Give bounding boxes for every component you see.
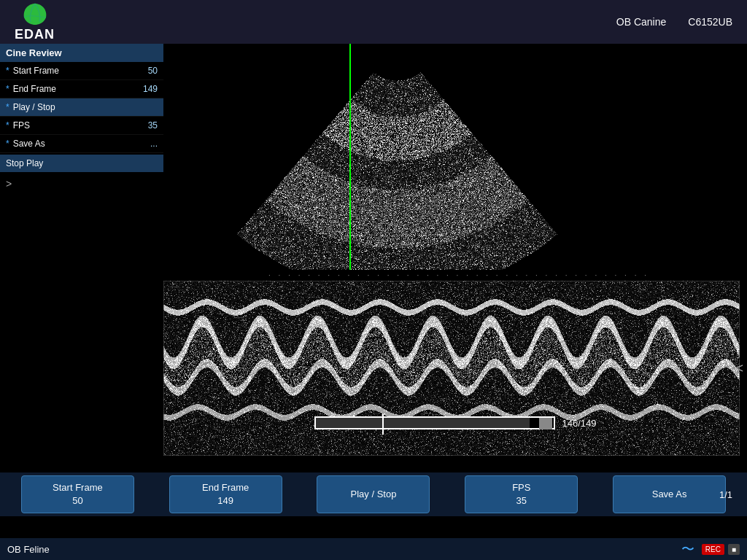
play-stop-btn-label: Play / Stop <box>351 488 397 501</box>
start-frame-button[interactable]: Start Frame 50 <box>21 475 134 513</box>
sidebar-start-frame-label: Start Frame <box>13 66 148 76</box>
top-bar: EDAN OB Canine C6152UB <box>0 0 747 44</box>
sidebar-item-end-frame[interactable]: * End Frame 149 <box>0 80 163 98</box>
sidebar-title: Cine Review <box>0 44 163 62</box>
sidebar-chevron-right[interactable]: > <box>0 172 163 195</box>
status-text: OB Feline <box>7 544 344 555</box>
sidebar-item-save-as[interactable]: * Save As ... <box>0 135 163 153</box>
rec-icon: REC <box>702 544 724 555</box>
app-layout: EDAN OB Canine C6152UB Cine Review * Sta… <box>0 0 747 560</box>
logo-icon <box>20 1 50 27</box>
frame-counter: 146/149 <box>562 418 597 429</box>
end-frame-btn-label: End Frame <box>202 481 249 494</box>
slider-track[interactable] <box>314 416 555 429</box>
logo-area: EDAN <box>15 1 55 42</box>
slider-fill <box>316 418 530 428</box>
start-frame-btn-label: Start Frame <box>53 481 103 494</box>
star-icon: * <box>6 66 9 76</box>
mode-info-2: C6152UB <box>688 16 732 28</box>
top-info: OB Canine C6152UB <box>616 16 732 28</box>
bottom-toolbar: Start Frame 50 End Frame 149 Play / Stop… <box>0 472 747 516</box>
fps-btn-label: FPS <box>512 481 530 494</box>
sidebar: Cine Review * Start Frame 50 * End Frame… <box>0 44 163 494</box>
chevron-left-icon[interactable]: < <box>735 361 743 376</box>
save-as-btn-label: Save As <box>652 488 687 501</box>
b-mode-display <box>163 44 747 270</box>
star-icon-4: * <box>6 120 9 131</box>
slider-thumb[interactable] <box>539 418 552 429</box>
logo-text: EDAN <box>15 27 55 42</box>
sidebar-play-stop-label: Play / Stop <box>13 102 158 112</box>
sidebar-start-frame-value: 50 <box>148 66 158 76</box>
sidebar-item-play-stop[interactable]: * Play / Stop <box>0 98 163 117</box>
start-frame-btn-value: 50 <box>72 494 82 508</box>
b-mode-canvas <box>163 44 747 270</box>
end-frame-button[interactable]: End Frame 149 <box>169 475 282 513</box>
timeline-area: 146/149 <box>163 408 747 438</box>
content-row: Cine Review * Start Frame 50 * End Frame… <box>0 44 747 494</box>
green-cursor-line <box>349 44 351 270</box>
sidebar-item-fps[interactable]: * FPS 35 <box>0 117 163 135</box>
stop-play-label: Stop Play <box>0 155 163 172</box>
sidebar-end-frame-value: 149 <box>143 84 158 94</box>
sidebar-save-as-value: ... <box>150 139 158 149</box>
sidebar-fps-value: 35 <box>148 120 158 131</box>
sidebar-save-as-label: Save As <box>13 139 150 149</box>
stop-icon: ■ <box>728 544 740 555</box>
star-icon-3: * <box>6 102 9 112</box>
ruler: · · · · · · · · · · · · · · · · · · · · … <box>163 270 747 281</box>
save-as-button[interactable]: Save As <box>613 475 726 513</box>
play-stop-button[interactable]: Play / Stop <box>317 475 430 513</box>
end-frame-btn-value: 149 <box>217 494 233 508</box>
right-panel: B/M(*) F7.5 G0 4.9 FR30 <box>163 44 747 494</box>
fps-btn-value: 35 <box>516 494 527 508</box>
page-indicator: 1/1 <box>719 489 732 500</box>
star-icon-2: * <box>6 84 9 94</box>
wave-icon: 〜 <box>681 540 694 558</box>
sidebar-fps-label: FPS <box>13 120 148 131</box>
sidebar-end-frame-label: End Frame <box>13 84 143 94</box>
fps-button[interactable]: FPS 35 <box>465 475 578 513</box>
sidebar-item-start-frame[interactable]: * Start Frame 50 <box>0 62 163 80</box>
status-bar: OB Feline 〜 REC ■ <box>0 538 747 560</box>
mode-info-1: OB Canine <box>616 16 666 28</box>
star-icon-5: * <box>6 139 9 149</box>
start-marker <box>382 414 384 435</box>
